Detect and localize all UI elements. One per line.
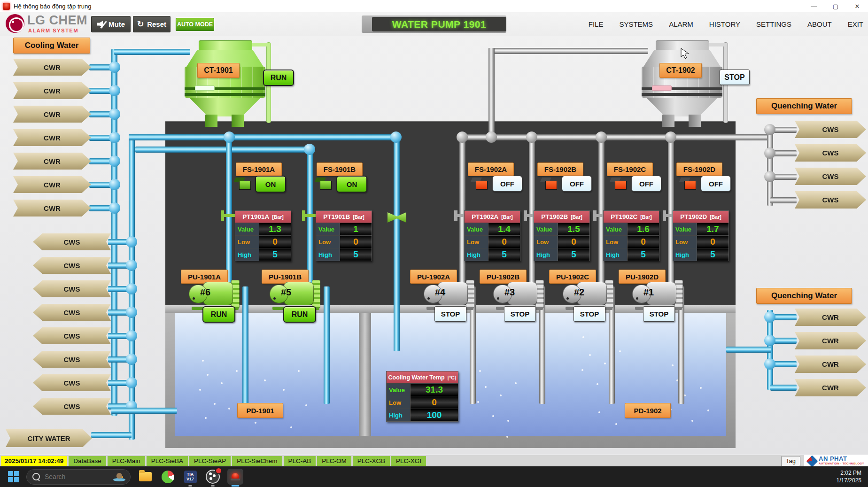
- start-button-icon[interactable]: [8, 471, 20, 483]
- close-button[interactable]: ✕: [846, 0, 868, 12]
- pipe-segment: [459, 134, 770, 140]
- status-badge-plc-om: PLC-OM: [317, 456, 351, 466]
- auto-mode-button[interactable]: AUTO MODE: [176, 18, 214, 31]
- tower-label-ct1901: CT-1901: [197, 63, 240, 78]
- vendor-subtitle: AUTOMATION - TECHNOLOGY: [819, 461, 864, 466]
- menu-settings[interactable]: SETTINGS: [756, 20, 791, 28]
- pt-id: PT1901B: [323, 213, 350, 220]
- pt-id: PT1902D: [680, 213, 707, 220]
- pt-panel-pt1902d: PT1902D[Bar] Value1.7 Low0 High5: [673, 210, 729, 261]
- temp-low-label: Low: [387, 396, 410, 409]
- cws-arrow-right: CWS: [795, 191, 866, 209]
- maximize-button[interactable]: ▢: [825, 0, 846, 12]
- menu-history[interactable]: HISTORY: [709, 20, 740, 28]
- fs-state-button[interactable]: OFF: [701, 176, 731, 192]
- pipe-node: [526, 131, 537, 143]
- pt-value-label: Value: [534, 223, 558, 235]
- pipe-node: [764, 171, 775, 182]
- minimize-button[interactable]: —: [803, 0, 825, 12]
- pump-number: #5: [281, 287, 291, 298]
- taskbar-file-explorer[interactable]: [137, 469, 153, 485]
- fs-label: FS-1902B: [537, 162, 583, 176]
- pipe-node: [457, 131, 468, 143]
- cws-arrow-right: CWS: [795, 121, 866, 138]
- pump-run-button[interactable]: RUN: [202, 306, 235, 323]
- pipe-segment: [129, 134, 399, 140]
- cws-arrow: CWS: [33, 257, 111, 274]
- menu-systems[interactable]: SYSTEMS: [619, 20, 653, 28]
- pump-stop-button[interactable]: STOP: [504, 306, 536, 322]
- cwr-arrow: CWR: [13, 59, 91, 76]
- pt-high-label: High: [604, 248, 627, 261]
- fs-label: FS-1901A: [236, 162, 282, 176]
- taskbar-alarm-app[interactable]: [227, 469, 243, 485]
- pump-stop-button[interactable]: STOP: [574, 306, 605, 322]
- fs-state-button[interactable]: ON: [336, 176, 367, 193]
- temp-low: 0: [410, 396, 458, 409]
- pt-panel-pt1902c: PT1902C[Bar] Value1.6 Low0 High5: [603, 210, 659, 261]
- pump-stop-button[interactable]: STOP: [434, 306, 466, 322]
- pipe-node: [126, 307, 137, 318]
- fs-state-button[interactable]: OFF: [631, 176, 661, 192]
- search-input[interactable]: [44, 472, 97, 481]
- tia-portal-icon: TIAV17: [184, 471, 197, 483]
- pipe-segment: [394, 134, 400, 351]
- mute-icon: [97, 21, 105, 28]
- fs-label: FS-1902A: [468, 162, 514, 176]
- reset-icon: ↻: [137, 19, 144, 29]
- flow-switch-icon: [472, 176, 488, 189]
- pt-id: PT1901A: [242, 213, 269, 220]
- taskbar-clock[interactable]: 2:02 PM 1/17/2025: [837, 469, 861, 484]
- pump-icon-pu1902c: #2: [563, 280, 615, 310]
- tower-run-button-ct1901[interactable]: RUN: [263, 70, 294, 86]
- pump-stop-button[interactable]: STOP: [643, 306, 675, 322]
- temp-high-label: High: [387, 409, 410, 421]
- pt-low-label: Low: [316, 236, 340, 248]
- fs-state-button[interactable]: OFF: [562, 176, 592, 192]
- pipe-node: [224, 131, 235, 143]
- pt-high: 5: [627, 248, 659, 261]
- temp-value-label: Value: [387, 384, 410, 396]
- status-badge-plc-xgi: PLC-XGI: [391, 456, 426, 466]
- status-timestamp: 2025/01/17 14:02:49: [1, 456, 67, 466]
- vendor-mark-icon: [806, 455, 818, 467]
- pipe-segment: [598, 134, 604, 284]
- menu-exit[interactable]: EXIT: [848, 20, 863, 28]
- fs-state-button[interactable]: ON: [255, 176, 286, 193]
- taskbar-search[interactable]: [26, 469, 131, 485]
- flow-switch-icon: [316, 176, 333, 189]
- pipe-node: [109, 202, 120, 214]
- notification-dot: [215, 467, 222, 474]
- pump-number: #6: [200, 287, 210, 298]
- menu-file[interactable]: FILE: [589, 20, 604, 28]
- status-badge-plc-main: PLC-Main: [108, 456, 145, 466]
- taskbar-tia-portal[interactable]: TIAV17: [182, 469, 198, 485]
- menu-about[interactable]: ABOUT: [807, 20, 832, 28]
- pump-run-button[interactable]: RUN: [283, 306, 316, 323]
- pt-high-label: High: [534, 248, 558, 261]
- taskbar-obs[interactable]: [205, 469, 221, 485]
- pool-divider-wall: [359, 313, 371, 436]
- menu-alarm[interactable]: ALARM: [669, 20, 693, 28]
- lg-logo-icon: [6, 14, 24, 33]
- clock-date: 1/17/2025: [837, 477, 861, 484]
- pt-unit: [Bar]: [571, 214, 582, 220]
- pipe-segment: [91, 432, 132, 438]
- pt-high: 5: [340, 248, 372, 261]
- temp-high: 100: [410, 409, 458, 421]
- fs-state-button[interactable]: OFF: [492, 176, 522, 192]
- pt-value: 1.4: [488, 223, 520, 235]
- taskbar-browser[interactable]: [160, 469, 176, 485]
- tag-button[interactable]: Tag: [781, 456, 800, 466]
- pt-unit: [Bar]: [501, 214, 513, 220]
- mute-button[interactable]: Mute: [91, 16, 131, 32]
- pipe-segment: [770, 385, 797, 391]
- pt-value-label: Value: [604, 223, 627, 235]
- reset-button[interactable]: ↻ Reset: [133, 16, 170, 32]
- cooling-tower-ct1901: [185, 40, 265, 128]
- flow-switch-icon: [541, 176, 558, 189]
- window-title: Hệ thống báo động tập trung: [14, 3, 92, 10]
- cws-arrow: CWS: [33, 327, 111, 344]
- tower-stop-button-ct1902[interactable]: STOP: [720, 70, 750, 85]
- main-menu: FILE SYSTEMS ALARM HISTORY SETTINGS ABOU…: [589, 12, 863, 36]
